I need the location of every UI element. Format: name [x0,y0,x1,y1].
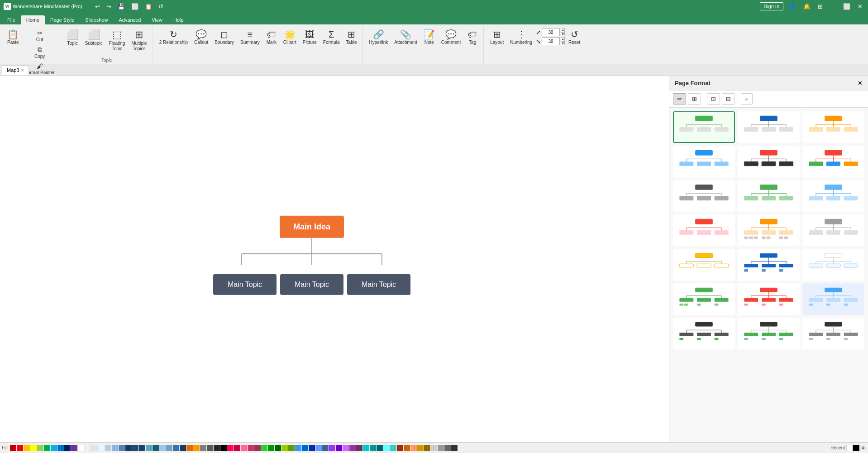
swatch-lt2[interactable] [91,445,98,451]
tab-advanced[interactable]: Advanced [113,15,146,24]
swatch-5[interactable] [159,445,166,451]
grid-icon[interactable]: ⊞ [816,2,825,11]
swatch-gr3[interactable] [444,445,451,451]
qa-copy[interactable]: 📋 [143,2,154,11]
panel-tool-distribute[interactable]: ⊟ [722,93,735,105]
swatch-lt6[interactable] [119,445,125,451]
num2-down[interactable]: ▼ [561,41,565,45]
swatch-p5[interactable] [356,445,362,451]
template-6[interactable] [802,146,864,177]
template-3[interactable] [802,111,864,143]
summary-button[interactable]: ≡ Summary [238,28,262,47]
swatch-p3[interactable] [343,445,349,451]
swatch-7[interactable] [173,445,179,451]
num1-down[interactable]: ▼ [561,32,565,36]
template-21[interactable] [802,318,864,349]
qa-undo[interactable]: ↩ [93,2,102,11]
qa-save[interactable]: 💾 [116,2,127,11]
swatch-g1[interactable] [261,445,267,451]
swatch-light-blue[interactable] [51,445,57,451]
template-18[interactable] [802,283,864,315]
swatch-g3[interactable] [275,445,281,451]
swatch-c5[interactable] [390,445,396,451]
swatch-green[interactable] [44,445,50,451]
swatch-p1[interactable] [329,445,335,451]
panel-close-button[interactable]: ✕ [858,80,863,86]
layout-button[interactable]: ⊞ Layout [487,28,506,47]
swatch-lt4[interactable] [105,445,111,451]
swatch-p2[interactable] [336,445,342,451]
subtopic-button[interactable]: ⬜ Subtopic [82,28,105,48]
paste-button[interactable]: 📋 Paste [5,28,22,47]
swatch-g2[interactable] [268,445,274,451]
template-4[interactable] [673,146,735,177]
relationship-button[interactable]: ↻ 2 Relationship [157,28,191,47]
swatch-br4[interactable] [417,445,424,451]
swatch-b4[interactable] [315,445,322,451]
swatch-1[interactable] [132,445,138,451]
template-17[interactable] [738,283,800,315]
swatch-c2[interactable] [370,445,376,451]
swatch-b3[interactable] [309,445,315,451]
reset-button[interactable]: ↺ Reset [566,28,583,47]
color-settings-button[interactable]: ⚙ [860,445,866,451]
maximize-button[interactable]: ⬜ [841,2,852,11]
swatch-br3[interactable] [410,445,417,451]
recent-black[interactable] [853,445,859,451]
panel-tool-align[interactable]: ⊡ [707,93,720,105]
multiple-topics-button[interactable]: ⊞ MultipleTopics [129,28,149,53]
swatch-orange[interactable] [24,445,30,451]
cut-button[interactable]: ✂ Cut [23,28,57,43]
notifications-icon[interactable]: 🔔 [801,2,812,11]
attachment-button[interactable]: 📎 Attachment [391,28,420,47]
template-13[interactable] [673,249,735,281]
swatch-gr4[interactable] [451,445,458,451]
numbering-button[interactable]: ⋮ Numbering [507,28,535,47]
template-5[interactable] [738,146,800,177]
swatch-red[interactable] [17,445,23,451]
swatch-r3[interactable] [241,445,247,451]
tab-view[interactable]: View [146,15,168,24]
tab-slideshow[interactable]: Slideshow [80,15,113,24]
template-12[interactable] [802,215,864,246]
tab-home[interactable]: Home [21,15,45,24]
swatch-purple[interactable] [71,445,77,451]
swatch-gr2[interactable] [438,445,444,451]
swatch-c1[interactable] [363,445,369,451]
swatch-lt5[interactable] [112,445,118,451]
topic-1[interactable]: Main Topic [213,274,277,295]
floating-topic-button[interactable]: ⬚ FloatingTopic [106,28,128,53]
swatch-b5[interactable] [322,445,329,451]
swatch-r2[interactable] [234,445,240,451]
swatch-9[interactable] [186,445,193,451]
swatch-p4[interactable] [349,445,356,451]
close-button[interactable]: ✕ [856,2,864,11]
swatch-dark-red[interactable] [10,445,16,451]
topic-2[interactable]: Main Topic [280,274,343,295]
panel-tool-list[interactable]: ≡ [741,93,753,105]
boundary-button[interactable]: ◻ Boundary [212,28,237,47]
swatch-8[interactable] [180,445,186,451]
swatch-14[interactable] [220,445,227,451]
swatch-g4[interactable] [281,445,288,451]
swatch-2[interactable] [139,445,145,451]
hyperlink-button[interactable]: 🔗 Hyperlink [367,28,391,47]
qa-refresh[interactable]: ↺ [157,2,165,11]
swatch-11[interactable] [200,445,206,451]
topic-3[interactable]: Main Topic [347,274,410,295]
picture-button[interactable]: 🖼 Picture [300,28,320,47]
sign-in-button[interactable]: Sign In [760,2,783,10]
layout-num-input-2[interactable]: 30 [542,37,560,45]
num2-up[interactable]: ▲ [561,37,565,41]
qa-new[interactable]: ⬜ [129,2,140,11]
swatch-yellow[interactable] [30,445,37,451]
canvas[interactable]: Main Idea M [0,76,669,442]
swatch-br2[interactable] [404,445,410,451]
swatch-b1[interactable] [295,445,301,451]
comment-button[interactable]: 💬 Comment [439,28,463,47]
swatch-lt1[interactable] [85,445,91,451]
formula-button[interactable]: Σ Formula [320,28,343,47]
template-10[interactable] [673,215,735,246]
swatch-br1[interactable] [397,445,403,451]
template-8[interactable] [738,180,800,212]
